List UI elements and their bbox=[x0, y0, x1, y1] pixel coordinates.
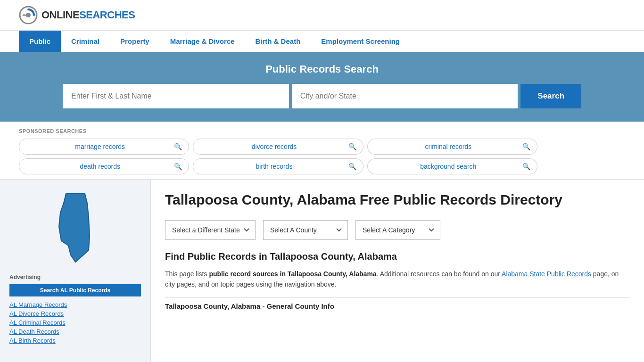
nav-item-property[interactable]: Property bbox=[110, 31, 160, 52]
dropdowns-row: Select a Different State Select A County… bbox=[165, 220, 630, 240]
main-wrapper: Advertising Search AL Public Records AL … bbox=[0, 180, 644, 362]
nav-item-employment[interactable]: Employment Screening bbox=[311, 31, 410, 52]
pill-marriage[interactable]: marriage records 🔍 bbox=[19, 139, 189, 155]
sidebar-link-birth[interactable]: AL Birth Records bbox=[9, 337, 141, 344]
search-fields: Search bbox=[63, 84, 581, 108]
logo-icon bbox=[19, 6, 38, 25]
pill-criminal[interactable]: criminal records 🔍 bbox=[367, 139, 537, 155]
pill-marriage-text: marriage records bbox=[26, 143, 174, 150]
content-area: Tallapoosa County, Alabama Free Public R… bbox=[151, 180, 644, 362]
sidebar-link-divorce[interactable]: AL Divorce Records bbox=[9, 310, 141, 317]
find-description: This page lists public record sources in… bbox=[165, 269, 630, 290]
search-banner-title: Public Records Search bbox=[19, 63, 625, 75]
sponsored-label: SPONSORED SEARCHES bbox=[19, 128, 625, 134]
pill-birth[interactable]: birth records 🔍 bbox=[193, 158, 363, 174]
name-input[interactable] bbox=[63, 84, 289, 108]
pill-death[interactable]: death records 🔍 bbox=[19, 158, 189, 174]
nav-item-birth[interactable]: Birth & Death bbox=[245, 31, 311, 52]
find-text-bold: public record sources in Tallapoosa Coun… bbox=[209, 270, 376, 278]
logo-searches-text: SEARCHES bbox=[79, 9, 135, 21]
sidebar-ad-button[interactable]: Search AL Public Records bbox=[9, 284, 141, 296]
section-divider bbox=[165, 297, 630, 297]
pill-birth-text: birth records bbox=[200, 163, 348, 170]
search-icon-2: 🔍 bbox=[348, 143, 356, 150]
sidebar-link-criminal[interactable]: AL Criminal Records bbox=[9, 319, 141, 326]
search-banner: Public Records Search Search bbox=[0, 52, 644, 122]
find-text-2: . Additional resources can be found on o… bbox=[377, 270, 502, 278]
sidebar: Advertising Search AL Public Records AL … bbox=[0, 180, 151, 362]
county-info-title: Tallapoosa County, Alabama - General Cou… bbox=[165, 302, 630, 310]
logo[interactable]: ONLINESEARCHES bbox=[19, 6, 135, 25]
alabama-map-container bbox=[9, 189, 141, 264]
pill-divorce[interactable]: divorce records 🔍 bbox=[193, 139, 363, 155]
search-icon-4: 🔍 bbox=[174, 163, 182, 170]
county-dropdown[interactable]: Select A County bbox=[263, 220, 348, 240]
category-dropdown[interactable]: Select A Category bbox=[355, 220, 440, 240]
find-text-1: This page lists bbox=[165, 270, 209, 278]
pill-background[interactable]: background search 🔍 bbox=[367, 158, 537, 174]
alabama-map-svg bbox=[47, 189, 104, 264]
search-icon-5: 🔍 bbox=[348, 163, 356, 170]
pill-criminal-text: criminal records bbox=[374, 143, 522, 150]
pill-death-text: death records bbox=[26, 163, 174, 170]
logo-online-text: ONLINE bbox=[41, 9, 79, 21]
nav-item-public[interactable]: Public bbox=[19, 31, 61, 52]
nav-item-criminal[interactable]: Criminal bbox=[61, 31, 110, 52]
page-title: Tallapoosa County, Alabama Free Public R… bbox=[165, 191, 630, 209]
site-header: ONLINESEARCHES bbox=[0, 0, 644, 30]
advertising-label: Advertising bbox=[9, 274, 141, 280]
main-nav: Public Criminal Property Marriage & Divo… bbox=[0, 30, 644, 52]
pill-divorce-text: divorce records bbox=[200, 143, 348, 150]
sponsored-section: SPONSORED SEARCHES marriage records 🔍 di… bbox=[0, 122, 644, 180]
search-button[interactable]: Search bbox=[520, 84, 581, 108]
sidebar-link-marriage[interactable]: AL Marriage Records bbox=[9, 301, 141, 308]
svg-point-1 bbox=[26, 13, 31, 17]
sidebar-link-death[interactable]: AL Death Records bbox=[9, 328, 141, 335]
location-input[interactable] bbox=[292, 84, 518, 108]
search-icon-3: 🔍 bbox=[522, 143, 530, 150]
alabama-records-link[interactable]: Alabama State Public Records bbox=[502, 270, 591, 278]
sponsored-grid: marriage records 🔍 divorce records 🔍 cri… bbox=[19, 139, 537, 174]
search-icon-1: 🔍 bbox=[174, 143, 182, 150]
search-icon-6: 🔍 bbox=[522, 163, 530, 170]
state-dropdown[interactable]: Select a Different State bbox=[165, 220, 256, 240]
nav-item-marriage[interactable]: Marriage & Divorce bbox=[160, 31, 245, 52]
pill-background-text: background search bbox=[374, 163, 522, 170]
find-title: Find Public Records in Tallapoosa County… bbox=[165, 251, 630, 262]
